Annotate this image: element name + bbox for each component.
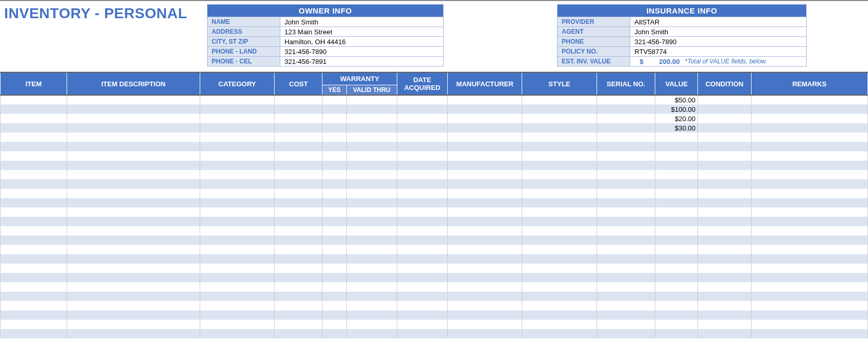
cell-value[interactable] bbox=[655, 151, 698, 161]
cell-date[interactable] bbox=[397, 292, 447, 301]
cell-desc[interactable] bbox=[67, 292, 200, 301]
cell-desc[interactable] bbox=[67, 245, 200, 254]
cell-style[interactable] bbox=[522, 310, 597, 320]
cell-cat[interactable] bbox=[200, 142, 274, 151]
cell-remarks[interactable] bbox=[751, 95, 867, 104]
cell-style[interactable] bbox=[522, 198, 597, 207]
cell-serial[interactable] bbox=[597, 170, 655, 179]
cell-serial[interactable] bbox=[597, 133, 655, 142]
cell-cond[interactable] bbox=[698, 189, 751, 198]
cell-cat[interactable] bbox=[200, 217, 274, 226]
cell-remarks[interactable] bbox=[751, 142, 867, 151]
cell-wyes[interactable] bbox=[322, 95, 346, 104]
cell-item[interactable] bbox=[1, 179, 67, 189]
cell-serial[interactable] bbox=[597, 236, 655, 245]
cell-style[interactable] bbox=[522, 245, 597, 254]
cell-wyes[interactable] bbox=[322, 114, 346, 123]
cell-desc[interactable] bbox=[67, 114, 200, 123]
cell-wthru[interactable] bbox=[346, 123, 397, 133]
cell-mfr[interactable] bbox=[448, 292, 522, 301]
cell-remarks[interactable] bbox=[751, 292, 867, 301]
cell-cat[interactable] bbox=[200, 104, 274, 114]
cell-value[interactable]: $100.00 bbox=[655, 104, 698, 114]
cell-cond[interactable] bbox=[698, 264, 751, 273]
cell-cat[interactable] bbox=[200, 329, 274, 338]
cell-mfr[interactable] bbox=[448, 179, 522, 189]
cell-cond[interactable] bbox=[698, 310, 751, 320]
cell-value[interactable] bbox=[655, 226, 698, 236]
cell-mfr[interactable] bbox=[448, 301, 522, 310]
cell-cost[interactable] bbox=[275, 133, 322, 142]
cell-date[interactable] bbox=[397, 179, 447, 189]
cell-wthru[interactable] bbox=[346, 264, 397, 273]
cell-serial[interactable] bbox=[597, 310, 655, 320]
cell-serial[interactable] bbox=[597, 273, 655, 282]
cell-value[interactable] bbox=[655, 254, 698, 264]
cell-item[interactable] bbox=[1, 273, 67, 282]
cell-item[interactable] bbox=[1, 161, 67, 170]
cell-value[interactable] bbox=[655, 198, 698, 207]
insurance-info-value[interactable]: 321-456-7890 bbox=[630, 37, 806, 46]
cell-cost[interactable] bbox=[275, 301, 322, 310]
cell-value[interactable] bbox=[655, 273, 698, 282]
cell-item[interactable] bbox=[1, 217, 67, 226]
cell-wthru[interactable] bbox=[346, 114, 397, 123]
cell-desc[interactable] bbox=[67, 161, 200, 170]
cell-wyes[interactable] bbox=[322, 226, 346, 236]
cell-date[interactable] bbox=[397, 207, 447, 217]
cell-cost[interactable] bbox=[275, 254, 322, 264]
table-row[interactable] bbox=[1, 151, 868, 161]
cell-cat[interactable] bbox=[200, 189, 274, 198]
cell-desc[interactable] bbox=[67, 264, 200, 273]
cell-remarks[interactable] bbox=[751, 264, 867, 273]
cell-desc[interactable] bbox=[67, 226, 200, 236]
cell-date[interactable] bbox=[397, 236, 447, 245]
cell-item[interactable] bbox=[1, 133, 67, 142]
cell-remarks[interactable] bbox=[751, 217, 867, 226]
cell-date[interactable] bbox=[397, 151, 447, 161]
cell-item[interactable] bbox=[1, 114, 67, 123]
cell-remarks[interactable] bbox=[751, 123, 867, 133]
cell-wyes[interactable] bbox=[322, 179, 346, 189]
cell-cond[interactable] bbox=[698, 226, 751, 236]
cell-item[interactable] bbox=[1, 142, 67, 151]
cell-cost[interactable] bbox=[275, 104, 322, 114]
cell-wyes[interactable] bbox=[322, 320, 346, 329]
cell-serial[interactable] bbox=[597, 142, 655, 151]
cell-item[interactable] bbox=[1, 151, 67, 161]
cell-cond[interactable] bbox=[698, 282, 751, 292]
cell-item[interactable] bbox=[1, 104, 67, 114]
cell-mfr[interactable] bbox=[448, 207, 522, 217]
table-row[interactable] bbox=[1, 170, 868, 179]
cell-item[interactable] bbox=[1, 236, 67, 245]
cell-cost[interactable] bbox=[275, 95, 322, 104]
cell-serial[interactable] bbox=[597, 207, 655, 217]
cell-value[interactable] bbox=[655, 217, 698, 226]
cell-date[interactable] bbox=[397, 226, 447, 236]
cell-cost[interactable] bbox=[275, 226, 322, 236]
cell-cat[interactable] bbox=[200, 264, 274, 273]
cell-serial[interactable] bbox=[597, 95, 655, 104]
table-row[interactable] bbox=[1, 142, 868, 151]
cell-mfr[interactable] bbox=[448, 226, 522, 236]
cell-cond[interactable] bbox=[698, 161, 751, 170]
cell-wthru[interactable] bbox=[346, 95, 397, 104]
cell-remarks[interactable] bbox=[751, 179, 867, 189]
table-row[interactable] bbox=[1, 189, 868, 198]
table-row[interactable]: $20.00 bbox=[1, 114, 868, 123]
cell-wthru[interactable] bbox=[346, 236, 397, 245]
cell-wyes[interactable] bbox=[322, 282, 346, 292]
cell-serial[interactable] bbox=[597, 189, 655, 198]
cell-cond[interactable] bbox=[698, 104, 751, 114]
cell-value[interactable] bbox=[655, 320, 698, 329]
cell-cond[interactable] bbox=[698, 301, 751, 310]
cell-item[interactable] bbox=[1, 95, 67, 104]
cell-style[interactable] bbox=[522, 207, 597, 217]
cell-style[interactable] bbox=[522, 161, 597, 170]
cell-style[interactable] bbox=[522, 329, 597, 338]
table-row[interactable] bbox=[1, 236, 868, 245]
insurance-info-value[interactable]: RTV58774 bbox=[630, 47, 806, 56]
cell-cost[interactable] bbox=[275, 123, 322, 133]
cell-style[interactable] bbox=[522, 95, 597, 104]
cell-item[interactable] bbox=[1, 329, 67, 338]
